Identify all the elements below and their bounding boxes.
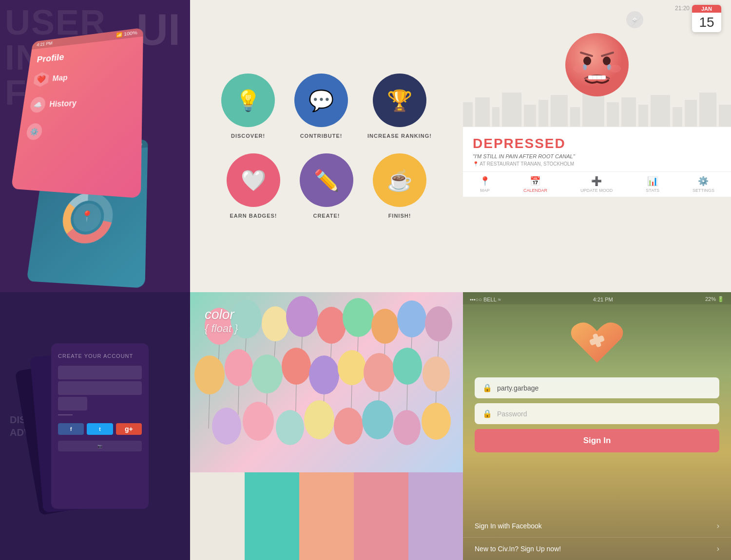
dark-ui-panel: DISCOVER NEWADVENTURES CREATE YOUR ACCOU… — [0, 292, 190, 560]
nav-map[interactable]: 📍 MAP — [480, 176, 490, 193]
heart-icon: 🤍 — [241, 168, 266, 192]
status-word: DEPRESSED — [473, 136, 721, 151]
lightbulb-icon: 💡 — [235, 89, 261, 112]
signup-chevron-icon: › — [717, 544, 719, 553]
login-app-panel: •••○○ BELL ≈ 4:21 PM 22% 🔋 🔒 party.garba… — [463, 292, 731, 560]
dark-extra-row: 📷 — [58, 441, 142, 451]
discover-label: DISCOVER! — [231, 133, 265, 139]
svg-point-71 — [243, 402, 274, 441]
svg-point-38 — [262, 306, 289, 341]
create-account-label: CREATE YOUR ACCOUNT — [51, 343, 149, 364]
depressed-app-panel: JAN 15 21:20 🩹 — [463, 0, 731, 292]
discover-icon-item: 💡 DISCOVER! — [221, 74, 275, 139]
svg-rect-7 — [475, 97, 490, 127]
dark-social-row: f t g+ — [51, 419, 149, 439]
instagram-icon: 📷 — [97, 444, 102, 448]
sign-up-row[interactable]: New to Civ.In? Sign Up now! › — [463, 538, 731, 560]
sign-up-text: New to Civ.In? Sign Up now! — [475, 545, 561, 553]
trophy-icon: 🏆 — [387, 89, 412, 112]
balloons-overlay-text: color { float } — [205, 307, 238, 335]
finish-circle: ☕ — [373, 153, 426, 207]
svg-point-72 — [276, 410, 304, 445]
status-time: 4:21 PM — [593, 297, 613, 302]
svg-rect-11 — [539, 100, 548, 127]
svg-point-23 — [565, 33, 629, 96]
svg-rect-16 — [621, 97, 636, 127]
lock-icon: 🔒 — [482, 383, 492, 392]
svg-rect-17 — [638, 105, 648, 127]
dep-info-section: DEPRESSED "I'M STILL IN PAIN AFTER ROOT … — [463, 127, 731, 171]
ranking-circle: 🏆 — [373, 74, 426, 127]
svg-point-76 — [393, 410, 421, 445]
stats-icon: 📊 — [647, 176, 658, 187]
app-time: 21:20 — [675, 5, 690, 12]
svg-rect-8 — [492, 107, 500, 127]
facebook-btn[interactable]: f — [58, 423, 84, 435]
map-nav-icon: 📍 — [480, 176, 490, 187]
twitter-btn[interactable]: t — [87, 423, 113, 435]
nav-calendar[interactable]: 📅 CALENDAR — [523, 176, 547, 193]
nav-update-mood[interactable]: ➕ UPDATE MOOD — [580, 176, 613, 193]
svg-point-40 — [286, 296, 318, 337]
dark-divider — [58, 414, 73, 415]
chevron-right-icon: › — [717, 522, 719, 530]
settings-menu-item: ⚙️ — [18, 115, 142, 147]
heart-logo — [463, 304, 731, 377]
icons-grid-panel: 💡 DISCOVER! 💬 CONTRIBUTE! 🏆 INCREASE RAN… — [190, 0, 463, 292]
swatch-pink — [354, 472, 408, 560]
svg-rect-18 — [651, 95, 670, 127]
create-label: CREATE! — [313, 213, 340, 219]
svg-line-53 — [209, 394, 210, 429]
svg-point-56 — [251, 355, 283, 393]
swatch-cream — [190, 472, 245, 560]
time-label: 4:21 PM — [37, 41, 53, 48]
finish-icon-item: ☕ FINISH! — [373, 153, 426, 219]
ui-label: UI — [136, 5, 180, 55]
svg-point-50 — [425, 306, 452, 341]
contribute-circle: 💬 — [294, 74, 348, 127]
svg-point-73 — [304, 400, 334, 439]
svg-rect-10 — [524, 105, 536, 127]
svg-point-54 — [225, 349, 253, 386]
calendar-day: 15 — [692, 13, 721, 32]
svg-point-66 — [393, 348, 422, 385]
dark-input-2[interactable] — [58, 381, 142, 395]
color-palette — [190, 472, 463, 560]
quote-text: "I'M STILL IN PAIN AFTER ROOT CANAL" — [473, 153, 721, 159]
login-status-bar: •••○○ BELL ≈ 4:21 PM 22% 🔋 — [463, 292, 731, 304]
password-field[interactable]: 🔒 Password — [475, 403, 719, 424]
svg-point-58 — [282, 348, 311, 385]
username-field[interactable]: 🔒 party.garbage — [475, 377, 719, 398]
location-text: 📍 AT RESTAURANT TRANAN, STOCKHOLM — [473, 161, 721, 167]
settings-nav-icon: ⚙️ — [698, 176, 709, 187]
svg-point-62 — [338, 350, 366, 385]
ranking-icon-item: 🏆 INCREASE RANKING! — [367, 74, 432, 139]
svg-point-52 — [194, 355, 225, 394]
color-text: color — [205, 307, 238, 322]
card-main: CREATE YOUR ACCOUNT f t g+ 📷 — [51, 343, 149, 509]
map-nav-label: MAP — [480, 188, 490, 193]
badges-circle: 🤍 — [227, 153, 280, 207]
svg-point-25 — [603, 56, 611, 65]
svg-point-44 — [343, 298, 374, 337]
icons-row-2: 🤍 EARN BADGES! ✏️ CREATE! ☕ FINISH! — [227, 153, 426, 219]
dark-input-1[interactable] — [58, 366, 142, 379]
nav-stats[interactable]: 📊 STATS — [646, 176, 659, 193]
sign-in-facebook-text: Sign In with Facebook — [475, 522, 542, 530]
update-mood-label: UPDATE MOOD — [580, 188, 613, 193]
svg-point-70 — [212, 408, 241, 445]
nav-settings[interactable]: ⚙️ SETTINGS — [693, 176, 714, 193]
google-btn[interactable]: g+ — [116, 423, 142, 435]
dark-cards: CREATE YOUR ACCOUNT f t g+ 📷 — [22, 329, 168, 523]
badges-icon-item: 🤍 EARN BADGES! — [227, 153, 280, 219]
pencil-icon: ✏️ — [314, 168, 339, 192]
sign-in-button[interactable]: Sign In — [475, 429, 719, 452]
heart-svg — [568, 319, 626, 368]
sign-in-facebook-row[interactable]: Sign In with Facebook › — [463, 515, 731, 538]
svg-point-74 — [334, 408, 363, 445]
svg-rect-13 — [570, 107, 580, 127]
password-lock-icon: 🔒 — [482, 409, 492, 418]
float-text: { float } — [205, 322, 238, 335]
dark-input-3[interactable] — [58, 397, 87, 411]
badges-label: EARN BADGES! — [230, 213, 277, 219]
